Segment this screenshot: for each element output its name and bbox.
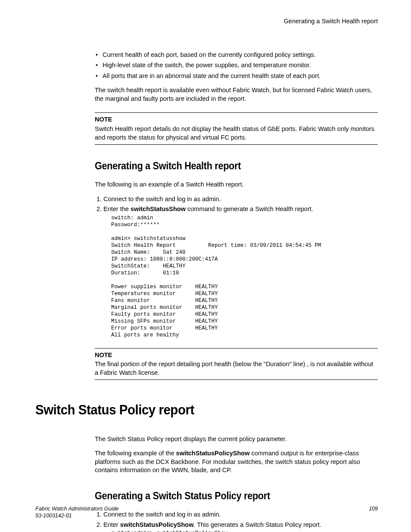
divider	[95, 144, 378, 145]
running-header: Generating a Switch Health report	[35, 17, 378, 26]
body-paragraph: The following example of the switchStatu…	[95, 449, 378, 475]
note-text: The final portion of the report detailin…	[95, 360, 378, 377]
command-name: switchStatusShow	[131, 205, 186, 212]
note-label: NOTE	[95, 115, 378, 124]
body-text: The following example of the	[95, 450, 176, 457]
list-item: Current health of each port, based on th…	[95, 51, 378, 59]
divider	[95, 348, 378, 348]
page-footer: 109 Fabric Watch Administrators Guide 53…	[35, 505, 378, 520]
step-text: Enter	[103, 521, 120, 528]
footer-docnum: 53-1003142-01	[35, 513, 72, 519]
command-name: switchStatusPolicyShow	[120, 521, 194, 528]
note-text: Switch Health report details do not disp…	[95, 125, 378, 142]
body-paragraph: The Switch Status Policy report displays…	[95, 435, 378, 444]
chapter-heading: Switch Status Policy report	[35, 401, 350, 419]
body-paragraph: The switch health report is available ev…	[95, 86, 378, 103]
step-text: command to generate a Switch Health repo…	[186, 205, 313, 212]
list-item: Enter switchStatusPolicyShow. This gener…	[103, 521, 378, 532]
list-item: Enter the switchStatusShow command to ge…	[103, 205, 378, 339]
divider	[95, 112, 378, 113]
list-item: All ports that are in an abnormal state …	[95, 72, 378, 81]
list-item: High-level state of the switch, the powe…	[95, 61, 378, 70]
page-number: 109	[369, 505, 378, 512]
section-heading: Generating a Switch Status Policy report	[95, 489, 361, 503]
section-heading: Generating a Switch Health report	[95, 159, 361, 173]
footer-title: Fabric Watch Administrators Guide	[35, 506, 118, 512]
step-text: . This generates a Switch Status Policy …	[194, 521, 321, 528]
list-item: Connect to the switch and log in as admi…	[103, 195, 378, 204]
step-text: Enter the	[103, 205, 131, 212]
body-paragraph: The following is an example of a Switch …	[95, 180, 378, 189]
ordered-steps: Connect to the switch and log in as admi…	[95, 195, 378, 339]
code-block: switch:admin> switchStatusPolicyShow The…	[111, 530, 378, 532]
divider	[95, 380, 378, 380]
command-name: switchStatusPolicyShow	[176, 450, 250, 457]
bullet-list: Current health of each port, based on th…	[95, 51, 378, 81]
note-label: NOTE	[95, 351, 378, 360]
code-block: switch: admin Password:****** admin> swi…	[111, 215, 378, 339]
